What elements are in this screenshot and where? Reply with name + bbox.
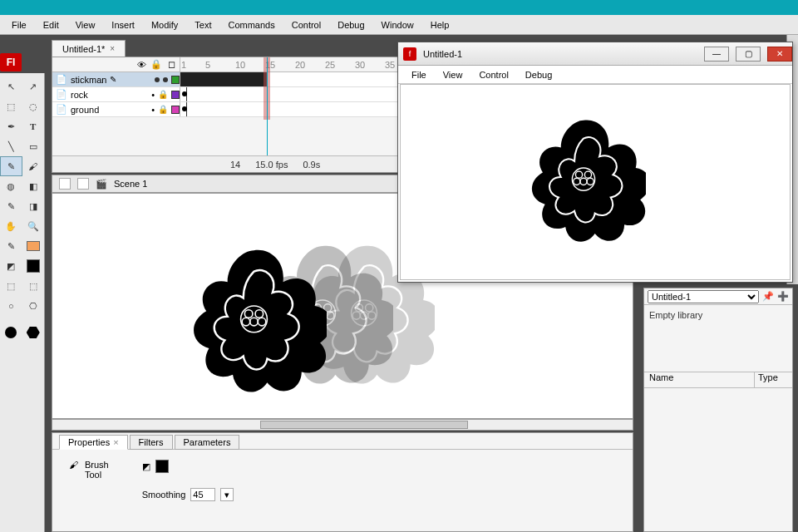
rectangle-tool[interactable]: ▭	[22, 136, 45, 156]
preview-menubar: File View Control Debug	[398, 66, 792, 84]
stage-horizontal-scrollbar[interactable]	[52, 419, 633, 431]
fps-display: 15.0 fps	[255, 160, 288, 170]
elapsed-time: 0.9s	[303, 160, 320, 170]
menu-edit[interactable]: Edit	[35, 17, 67, 33]
swap-colors[interactable]: ⬚	[0, 276, 22, 296]
swf-preview-window: f Untitled-1 — ▢ ✕ File View Control Deb…	[397, 42, 793, 283]
library-panel: Untitled-1 📌 ➕ Empty library Name Type	[643, 288, 793, 532]
hand-tool[interactable]: ✋	[0, 216, 22, 236]
close-icon[interactable]: ×	[110, 44, 115, 53]
stage-artwork[interactable]	[181, 248, 327, 393]
text-tool[interactable]: T	[22, 116, 45, 136]
tab-properties[interactable]: Properties×	[59, 435, 128, 450]
menu-modify[interactable]: Modify	[143, 17, 186, 33]
stroke-swatch[interactable]	[22, 236, 45, 256]
fill-swatch-icon: ◩	[142, 461, 150, 472]
tool-name-line2: Tool	[85, 470, 109, 480]
app-logo: Fl	[0, 53, 22, 71]
minimize-button[interactable]: —	[704, 47, 729, 62]
preview-menu-file[interactable]: File	[403, 67, 435, 82]
preview-menu-debug[interactable]: Debug	[517, 67, 560, 82]
selection-tool[interactable]: ↖	[0, 76, 22, 96]
menu-window[interactable]: Window	[373, 17, 422, 33]
menu-text[interactable]: Text	[186, 17, 219, 33]
library-columns: Name Type	[644, 372, 792, 388]
no-color[interactable]: ⬚	[22, 276, 45, 296]
menu-view[interactable]: View	[67, 17, 104, 33]
preview-menu-view[interactable]: View	[435, 67, 471, 82]
preview-canvas	[400, 84, 791, 280]
flash-player-icon: f	[403, 47, 416, 61]
library-document-select[interactable]: Untitled-1	[648, 290, 759, 303]
paint-bucket-tool[interactable]: ◧	[22, 176, 45, 196]
fill-color-swatch[interactable]	[155, 460, 169, 473]
pin-icon[interactable]: 📌	[762, 291, 774, 302]
brush-tool[interactable]: 🖌	[22, 156, 44, 176]
properties-panel: Properties× Filters Parameters 🖌 Brush T…	[52, 432, 633, 532]
maximize-button[interactable]: ▢	[736, 47, 761, 62]
menu-insert[interactable]: Insert	[103, 17, 143, 33]
menu-help[interactable]: Help	[422, 17, 458, 33]
library-empty-text: Empty library	[644, 305, 792, 325]
menu-debug[interactable]: Debug	[329, 17, 372, 33]
scene-name[interactable]: Scene 1	[114, 179, 147, 189]
close-button[interactable]: ✕	[767, 47, 792, 62]
outline-icon[interactable]: ◻	[166, 59, 176, 70]
current-frame: 14	[230, 160, 240, 170]
preview-titlebar[interactable]: f Untitled-1 — ▢ ✕	[398, 42, 792, 66]
new-library-icon[interactable]: ➕	[777, 291, 789, 302]
zoom-tool[interactable]: 🔍	[22, 216, 45, 236]
fill-swatch[interactable]	[22, 256, 45, 276]
lasso-tool[interactable]: ◌	[22, 96, 45, 116]
free-transform-tool[interactable]: ⬚	[0, 96, 22, 116]
ink-bottle-tool[interactable]: ◍	[0, 176, 22, 196]
menu-commands[interactable]: Commands	[219, 17, 283, 33]
preview-menu-control[interactable]: Control	[470, 67, 516, 82]
menu-control[interactable]: Control	[283, 17, 329, 33]
lock-icon[interactable]: 🔒	[151, 59, 161, 70]
eye-icon[interactable]: 👁	[136, 60, 146, 70]
smoothing-input[interactable]	[190, 488, 215, 501]
eyedropper-tool[interactable]: ✎	[0, 196, 22, 216]
close-icon[interactable]: ×	[113, 437, 118, 447]
library-col-type[interactable]: Type	[754, 372, 792, 387]
document-tab[interactable]: Untitled-1* ×	[52, 40, 126, 57]
line-tool[interactable]: ╲	[0, 136, 22, 156]
tab-parameters[interactable]: Parameters	[175, 435, 240, 450]
menu-file[interactable]: File	[3, 17, 35, 33]
fill-color[interactable]: ◩	[0, 256, 22, 276]
tool-option-1[interactable]: ○	[0, 296, 22, 316]
tool-option-2[interactable]: ⎔	[22, 296, 45, 316]
subselection-tool[interactable]: ↗	[22, 76, 45, 96]
main-menubar: File Edit View Insert Modify Text Comman…	[0, 15, 798, 35]
brush-icon: 🖌	[69, 460, 78, 470]
tool-name-line1: Brush	[85, 460, 109, 470]
tab-filters[interactable]: Filters	[130, 435, 173, 450]
preview-title: Untitled-1	[423, 49, 462, 59]
document-tab-label: Untitled-1*	[62, 44, 105, 54]
back-button[interactable]	[59, 178, 71, 190]
brush-shape[interactable]	[22, 323, 45, 342]
pen-tool[interactable]: ✒	[0, 116, 22, 136]
toolbox: ↖↗ ⬚◌ ✒T ╲▭ ✎🖌 ◍◧ ✎◨ ✋🔍 ✎ ◩ ⬚⬚ ○⎔	[0, 73, 45, 532]
stroke-color[interactable]: ✎	[0, 236, 22, 256]
smoothing-dropdown[interactable]: ▾	[220, 488, 234, 501]
library-col-name[interactable]: Name	[644, 372, 754, 387]
pencil-tool[interactable]: ✎	[0, 156, 22, 176]
forward-button[interactable]	[77, 178, 89, 190]
eraser-tool[interactable]: ◨	[22, 196, 45, 216]
brush-size[interactable]	[0, 323, 22, 342]
scene-icon: 🎬	[96, 179, 107, 190]
smoothing-label: Smoothing	[142, 490, 186, 500]
